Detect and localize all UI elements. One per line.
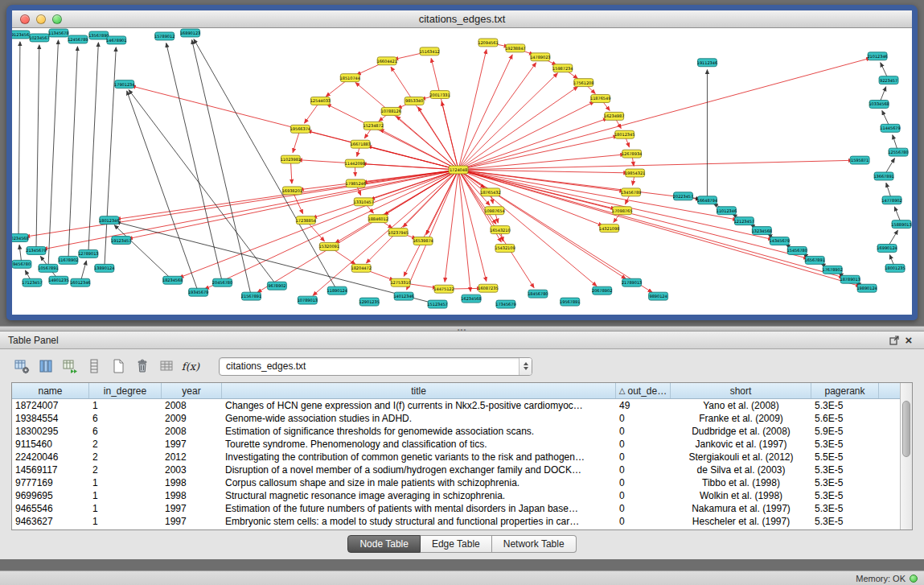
tab-edge-table[interactable]: Edge Table	[421, 535, 492, 553]
table-plain-icon[interactable]	[156, 356, 177, 376]
graph-node[interactable]: 12544033	[310, 97, 331, 105]
graph-node[interactable]: 19345679	[188, 288, 208, 296]
graph-node[interactable]: 16234568	[461, 295, 481, 303]
graph-node[interactable]: 18456780	[528, 290, 548, 298]
table-row[interactable]: 1938455462009Genome-wide association stu…	[12, 412, 900, 425]
graph-node[interactable]: 11345678	[48, 29, 68, 37]
graph-node[interactable]: 18012346	[99, 216, 119, 225]
graph-node[interactable]: 16234987	[604, 112, 624, 120]
graph-node[interactable]: 10237945	[388, 229, 408, 237]
graph-node[interactable]: 11890124	[327, 286, 347, 295]
graph-node[interactable]: 9678902	[267, 282, 286, 290]
table-row[interactable]: 946554611997Estimation of the future num…	[12, 502, 900, 515]
graph-node[interactable]: 19123457	[111, 237, 131, 245]
rows-icon[interactable]	[84, 356, 105, 376]
graph-node[interactable]: 16543210	[490, 226, 510, 234]
close-panel-icon[interactable]: ×	[901, 334, 916, 347]
graph-node[interactable]: 19890124	[856, 284, 877, 292]
graph-node[interactable]: 14789023	[530, 53, 550, 61]
column-header-name[interactable]: name	[12, 383, 89, 398]
graph-node[interactable]: 12753310	[390, 278, 410, 286]
column-header-year[interactable]: year	[162, 383, 222, 398]
graph-node[interactable]: 14778902	[881, 196, 901, 204]
graph-node[interactable]: 14901235	[48, 276, 68, 284]
graph-node[interactable]: 20223457	[673, 192, 693, 200]
graph-node[interactable]: 17345679	[495, 300, 515, 308]
column-header-title[interactable]: title	[222, 383, 616, 398]
zoom-button[interactable]	[52, 14, 62, 24]
graph-node[interactable]: 18765432	[480, 188, 500, 196]
graph-node[interactable]: 18204472	[351, 264, 372, 272]
graph-node[interactable]: 20456780	[212, 278, 232, 286]
graph-node[interactable]: 12094561	[478, 39, 498, 47]
graph-node[interactable]: 16990124	[877, 244, 897, 252]
table-settings-icon[interactable]	[11, 356, 32, 376]
graph-node[interactable]: 10234567	[29, 34, 49, 42]
graph-node[interactable]: 15320091	[319, 243, 339, 251]
graph-node[interactable]: 16087235	[478, 284, 498, 292]
graph-node[interactable]: 18234568	[162, 276, 183, 284]
graph-node[interactable]: 18510744	[340, 74, 360, 82]
graph-node[interactable]: 12456789	[68, 35, 88, 43]
graph-node[interactable]: 10788126	[380, 107, 400, 115]
graph-node[interactable]: 15123457	[427, 300, 447, 308]
table-vertical-scrollbar[interactable]	[900, 383, 912, 529]
graph-node[interactable]: 17123457	[22, 278, 42, 286]
table-source-select[interactable]: citations_edges.txt	[219, 357, 532, 376]
graph-node[interactable]: 11442098	[345, 159, 365, 167]
window-titlebar[interactable]: citations_edges.txt	[12, 10, 912, 28]
column-header-out_de[interactable]: △out_de…	[616, 383, 671, 398]
graph-node[interactable]: 18012345	[614, 130, 634, 138]
graph-node[interactable]: 15456780	[787, 246, 807, 254]
float-panel-icon[interactable]	[887, 334, 901, 347]
graph-node[interactable]: 11876549	[590, 95, 610, 103]
graph-node[interactable]: 17561208	[573, 79, 593, 87]
graph-node[interactable]: 1724048	[449, 166, 468, 174]
graph-node[interactable]: 17238854	[296, 216, 316, 225]
graph-node[interactable]: 9123456	[12, 31, 30, 39]
graph-node[interactable]: 15234872	[363, 122, 384, 130]
graph-node[interactable]: 9456780	[12, 260, 31, 268]
network-canvas[interactable]: 1724048151634121660442118510744125440331…	[12, 28, 912, 315]
columns-icon[interactable]	[35, 356, 56, 376]
graph-node[interactable]: 13234568	[752, 227, 772, 235]
graph-node[interactable]: 21567891	[241, 292, 261, 300]
graph-node[interactable]: 21345679	[26, 246, 46, 254]
graph-node[interactable]: 1595871	[850, 156, 869, 164]
table-row[interactable]: 1456911722003Disruption of a novel membe…	[12, 463, 900, 476]
graph-node[interactable]: 19854321	[625, 169, 645, 177]
graph-node[interactable]: 15889013	[891, 220, 911, 229]
graph-node[interactable]: 16567891	[805, 256, 825, 264]
table-row[interactable]: 946362711997Embryonic stem cells: a mode…	[12, 515, 900, 528]
graph-node[interactable]: 16012346	[70, 278, 90, 286]
table-row[interactable]: 1872400712008Changes of HCN gene express…	[12, 399, 900, 412]
graph-node[interactable]: 11012346	[717, 207, 737, 215]
graph-node[interactable]: 10789013	[298, 296, 318, 304]
graph-node[interactable]: 19566374	[290, 125, 310, 133]
graph-node[interactable]: 16648794	[697, 196, 717, 204]
minimize-button[interactable]	[36, 14, 46, 24]
table-row[interactable]: 1830029562008Estimation of significance …	[12, 425, 900, 438]
graph-node[interactable]: 9223457	[879, 76, 898, 84]
graph-node[interactable]: 16539874	[413, 237, 433, 245]
tab-node-table[interactable]: Node Table	[347, 535, 421, 553]
graph-node[interactable]: 15432109	[495, 244, 515, 252]
graph-node[interactable]: 11445679	[880, 124, 900, 132]
panel-splitter[interactable]: •••	[0, 326, 924, 332]
graph-node[interactable]: 15987234	[552, 64, 573, 72]
graph-node[interactable]: 17985246	[346, 179, 366, 187]
graph-node[interactable]: 14012346	[393, 292, 413, 300]
graph-node[interactable]: 14678901	[106, 36, 126, 44]
graph-node[interactable]: 16890123	[180, 29, 200, 37]
graph-node[interactable]: 12901235	[359, 298, 380, 306]
graph-node[interactable]: 9853340	[405, 97, 424, 105]
graph-node[interactable]: 12556780	[888, 148, 908, 156]
graph-node[interactable]: 18789013	[840, 275, 860, 283]
graph-node[interactable]: 18846012	[368, 215, 388, 223]
column-header-short[interactable]: short	[671, 383, 811, 398]
graph-node[interactable]: 19238847	[505, 44, 525, 52]
graph-node[interactable]: 16604421	[376, 57, 396, 65]
graph-node[interactable]: 20234568	[12, 234, 29, 242]
scrollbar-thumb[interactable]	[902, 401, 910, 457]
graph-node[interactable]: 14345679	[770, 237, 790, 245]
